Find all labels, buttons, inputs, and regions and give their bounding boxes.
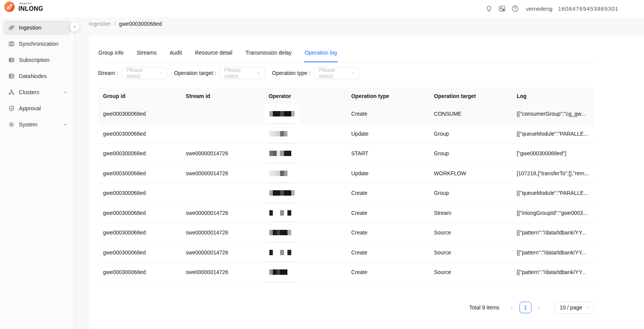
cell-operation-target: Stream [428, 203, 511, 223]
cell-text: Create [351, 190, 367, 196]
sidebar-item-label: System [19, 121, 63, 128]
cell-log: [{"consumerGroup":"cg_gw... [511, 104, 594, 124]
redacted-operator [269, 210, 291, 216]
help-icon[interactable] [511, 5, 519, 12]
filter-label: Operation type : [272, 70, 310, 76]
tab-streams[interactable]: Streams [136, 44, 157, 62]
cell-group-id: gwe000300068ed [98, 183, 180, 203]
chevron-down-icon [585, 305, 590, 310]
tab-resource-detail[interactable]: Resource detail [194, 44, 233, 62]
cell-log: [{"pattern":"/data/tdbank/YY... [511, 223, 594, 243]
username[interactable]: vernedeng [526, 6, 553, 12]
cell-operator [263, 203, 346, 223]
cell-operation-type: Create [346, 203, 428, 223]
pagination-next-button[interactable] [534, 302, 544, 313]
redacted-operator [269, 190, 295, 196]
cell-group-id: gwe000300068ed [98, 263, 180, 282]
pagination-prev-button[interactable] [506, 302, 517, 313]
cell-operation-type: Update [346, 164, 428, 183]
logo-apache-text: Apache [19, 2, 43, 5]
sidebar-nav: IngestionSynchronizationSubscriptionData… [0, 20, 74, 132]
tab-operation-log[interactable]: Operation log [304, 44, 338, 62]
approval-icon [8, 105, 15, 111]
cell-text: gwe000300068ed [103, 111, 146, 117]
sidebar-item-label: Clusters [19, 89, 63, 95]
sidebar-item-label: Approval [19, 105, 67, 111]
sidebar-item-system[interactable]: System [3, 117, 71, 132]
translate-icon[interactable] [498, 5, 506, 12]
sidebar-item-ingestion[interactable]: Ingestion [3, 20, 71, 35]
sidebar-item-datanodes[interactable]: DataNodes [3, 69, 71, 83]
filter-bar: Stream :Please selectOperation target :P… [98, 67, 594, 79]
sidebar-item-synchronization[interactable]: Synchronization [3, 37, 71, 51]
cell-operator [263, 243, 346, 263]
pagination-page-1[interactable]: 1 [520, 302, 531, 313]
cell-text: START [351, 150, 368, 156]
table-row: gwe000300068edswe00000014726UpdateWORKFL… [98, 164, 594, 184]
cell-text: [107218,{"transferTo":[],"rem... [517, 170, 589, 176]
sidebar-item-label: Ingestion [19, 25, 67, 31]
cell-text: WORKFLOW [434, 170, 466, 176]
lightbulb-icon[interactable] [485, 5, 493, 12]
tab-audit[interactable]: Audit [169, 44, 183, 62]
filter-select[interactable]: Please select [314, 67, 359, 79]
cell-group-id: gwe000300068ed [98, 223, 180, 243]
top-bar: Apache INLONG vernedeng 1608476 [0, 0, 644, 17]
operator-redaction-mask [265, 203, 299, 223]
cell-text: [{"consumerGroup":"cg_gw... [517, 111, 586, 117]
column-header-stream-id: Stream id [180, 88, 263, 104]
cell-text: swe00000014726 [186, 170, 228, 176]
filter-select[interactable]: Please select [219, 67, 265, 79]
sidebar-item-subscription[interactable]: Subscription [3, 53, 71, 67]
breadcrumb-parent[interactable]: Ingestion [89, 21, 111, 27]
cell-operator [263, 104, 346, 124]
top-bar-right: vernedeng 16084769453869301 [485, 0, 619, 17]
sidebar-item-approval[interactable]: Approval [3, 101, 71, 116]
pagination-page-size-select[interactable]: 10 / page [554, 302, 594, 314]
cell-text: swe00000014726 [186, 249, 228, 256]
cell-text: gwe000300068ed [103, 269, 146, 275]
table-row: gwe000300068edUpdateGroup[{"queueModule"… [98, 124, 594, 144]
cell-operation-type: Create [346, 183, 428, 203]
table-body: gwe000300068edCreateCONSUME[{"consumerGr… [98, 104, 594, 282]
tab-group-info[interactable]: Group info [98, 44, 124, 62]
sidebar-item-label: Synchronization [19, 41, 67, 47]
cell-operation-type: START [346, 144, 428, 163]
filter-label: Operation target : [174, 70, 216, 76]
cell-text: [{"queueModule":"PARALLE... [517, 190, 588, 196]
cell-text: Update [351, 170, 368, 176]
cell-text: gwe000300068ed [103, 170, 146, 176]
cell-operator [263, 164, 346, 183]
chevron-down-icon [350, 71, 355, 75]
cell-text: swe00000014726 [186, 150, 228, 156]
redacted-operator [269, 111, 295, 116]
column-header-operator: Operator [263, 88, 346, 104]
operator-redaction-mask [265, 104, 299, 124]
filter-group: Operation type :Please select [272, 67, 360, 79]
cell-group-id: gwe000300068ed [98, 164, 180, 183]
table-row: gwe000300068edswe00000014726STARTGroup["… [98, 144, 594, 164]
operator-redaction-mask [265, 144, 299, 163]
table-header: Group idStream idOperatorOperation typeO… [98, 88, 594, 104]
cell-text: Create [351, 269, 367, 275]
system-icon [8, 121, 15, 128]
table-row: gwe000300068edCreateGroup[{"queueModule"… [98, 183, 594, 203]
cell-text: Source [434, 269, 451, 275]
cell-group-id: gwe000300068ed [98, 144, 180, 163]
cell-group-id: gwe000300068ed [98, 124, 180, 144]
cell-operation-type: Create [346, 263, 428, 282]
cell-text: ["gwe000300068ed"] [517, 150, 566, 156]
sync-icon [8, 41, 15, 47]
sidebar-item-clusters[interactable]: Clusters [3, 85, 71, 100]
cell-operation-type: Create [346, 243, 428, 263]
cell-log: [{"inlongGroupId":"gwe0003... [511, 203, 594, 223]
cell-stream-id: swe00000014726 [180, 243, 263, 263]
filter-select[interactable]: Please select [121, 67, 167, 79]
cell-group-id: gwe000300068ed [98, 104, 180, 124]
sidebar-item-label: DataNodes [19, 73, 67, 79]
app-logo[interactable]: Apache INLONG [3, 1, 43, 13]
table-row: gwe000300068edswe00000014726CreateSource… [98, 263, 594, 282]
breadcrumb: Ingestion / gwe000300068ed [89, 21, 162, 27]
sidebar-collapse-button[interactable] [70, 22, 79, 32]
tab-transmission-delay[interactable]: Transmission delay [245, 44, 292, 62]
